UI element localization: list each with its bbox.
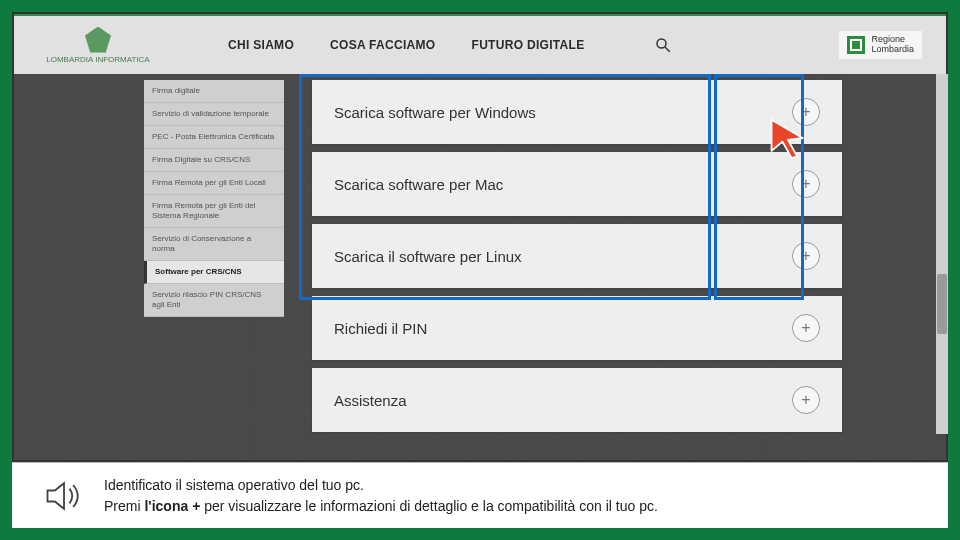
search-icon[interactable]	[654, 36, 672, 54]
sidebar-item-firma-digitale[interactable]: Firma digitale	[144, 80, 284, 103]
accordion-title: Richiedi il PIN	[334, 320, 427, 337]
tutorial-frame: LOMBARDIA INFORMATICA CHI SIAMO COSA FAC…	[0, 0, 960, 540]
accordion-linux[interactable]: Scarica il software per Linux +	[312, 224, 842, 288]
accordion-mac[interactable]: Scarica software per Mac +	[312, 152, 842, 216]
accordion-windows[interactable]: Scarica software per Windows +	[312, 80, 842, 144]
sidebar-item-pec[interactable]: PEC - Posta Elettronica Certificata	[144, 126, 284, 149]
nav-item-cosa-facciamo[interactable]: COSA FACCIAMO	[330, 38, 435, 52]
caption-line-2: Premi l'icona + per visualizzare le info…	[104, 496, 658, 517]
sidebar-item-software-crs[interactable]: Software per CRS/CNS	[144, 261, 284, 284]
expand-icon[interactable]: +	[792, 170, 820, 198]
audio-speaker-icon[interactable]	[42, 474, 86, 518]
nav-item-chi-siamo[interactable]: CHI SIAMO	[228, 38, 294, 52]
expand-icon[interactable]: +	[792, 314, 820, 342]
svg-point-0	[657, 39, 666, 48]
scrollbar-thumb[interactable]	[937, 274, 947, 334]
sidebar-item-firma-remota-sistema[interactable]: Firma Remota per gli Enti del Sistema Re…	[144, 195, 284, 228]
accordion-pin[interactable]: Richiedi il PIN +	[312, 296, 842, 360]
regione-lombardia-badge[interactable]: RegioneLombardia	[839, 31, 922, 59]
left-sidebar: Firma digitale Servizio di validazione t…	[144, 80, 284, 317]
logo-label: LOMBARDIA INFORMATICA	[46, 55, 149, 64]
accordion-title: Scarica software per Mac	[334, 176, 503, 193]
accordion-title: Scarica il software per Linux	[334, 248, 522, 265]
browser-screenshot: LOMBARDIA INFORMATICA CHI SIAMO COSA FAC…	[12, 12, 948, 462]
accordion-list: Scarica software per Windows + Scarica s…	[312, 80, 842, 432]
nav-item-futuro-digitale[interactable]: FUTURO DIGITALE	[472, 38, 585, 52]
caption-bar: Identificato il sistema operativo del tu…	[12, 462, 948, 528]
sidebar-item-conservazione[interactable]: Servizio di Conservazione a norma	[144, 228, 284, 261]
regione-flag-icon	[847, 36, 865, 54]
caption-line-1: Identificato il sistema operativo del tu…	[104, 475, 658, 496]
logo-icon	[85, 27, 111, 53]
primary-nav: CHI SIAMO COSA FACCIAMO FUTURO DIGITALE	[228, 38, 584, 52]
regione-label: RegioneLombardia	[871, 35, 914, 55]
sidebar-item-rilascio-pin[interactable]: Servizio rilascio PIN CRS/CNS agli Enti	[144, 284, 284, 317]
sidebar-item-validazione[interactable]: Servizio di validazione temporale	[144, 103, 284, 126]
caption-text: Identificato il sistema operativo del tu…	[104, 475, 658, 517]
vertical-scrollbar[interactable]	[936, 74, 948, 434]
expand-icon[interactable]: +	[792, 386, 820, 414]
site-logo[interactable]: LOMBARDIA INFORMATICA	[38, 27, 158, 64]
top-navbar: LOMBARDIA INFORMATICA CHI SIAMO COSA FAC…	[14, 14, 946, 74]
sidebar-item-firma-remota-enti[interactable]: Firma Remota per gli Enti Locali	[144, 172, 284, 195]
accordion-title: Scarica software per Windows	[334, 104, 536, 121]
sidebar-item-firma-crs[interactable]: Firma Digitale su CRS/CNS	[144, 149, 284, 172]
expand-icon[interactable]: +	[792, 242, 820, 270]
expand-icon[interactable]: +	[792, 98, 820, 126]
accordion-title: Assistenza	[334, 392, 407, 409]
svg-line-1	[666, 47, 671, 52]
accordion-assistenza[interactable]: Assistenza +	[312, 368, 842, 432]
